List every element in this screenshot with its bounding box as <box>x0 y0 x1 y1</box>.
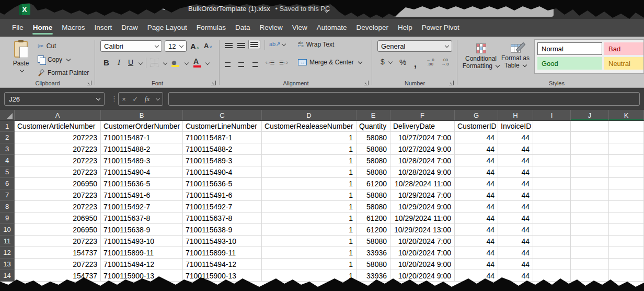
cell[interactable]: 1 <box>262 189 356 201</box>
cell[interactable] <box>571 166 609 178</box>
cell[interactable]: 206950 <box>15 224 101 236</box>
cell[interactable]: 7100115637-8 <box>183 212 262 224</box>
align-bottom-button-selected[interactable] <box>248 40 260 49</box>
align-left-button[interactable] <box>225 60 233 67</box>
cell[interactable]: 44 <box>455 155 498 166</box>
cell[interactable]: 10/29/2024 7:00 <box>390 189 455 201</box>
cell[interactable] <box>533 224 571 236</box>
cell[interactable]: 44 <box>455 247 498 259</box>
select-all-corner[interactable] <box>0 110 15 120</box>
underline-chevron-icon[interactable] <box>139 61 143 65</box>
align-middle-button[interactable] <box>237 43 245 48</box>
cell[interactable]: 7100115494-12 <box>183 259 262 270</box>
cell[interactable]: 10/27/2024 9:00 <box>390 143 455 155</box>
copy-button[interactable]: Copy <box>38 55 70 64</box>
cell[interactable]: 1 <box>262 155 356 166</box>
borders-icon[interactable] <box>151 59 158 66</box>
column-header-K[interactable]: K <box>609 110 644 120</box>
cell[interactable] <box>609 259 644 270</box>
row-header-4[interactable]: 4 <box>0 155 15 166</box>
cell[interactable]: 44 <box>455 132 498 143</box>
cell[interactable]: 7100115637-8 <box>101 212 183 224</box>
align-right-button[interactable] <box>250 60 258 67</box>
cell[interactable]: 58080 <box>356 132 390 143</box>
cell[interactable]: 7100115899-11 <box>183 247 262 259</box>
cell[interactable]: 44 <box>498 224 533 236</box>
cell[interactable] <box>609 247 644 259</box>
cell[interactable] <box>609 270 644 282</box>
cell[interactable]: 10/20/2024 7:00 <box>390 247 455 259</box>
row-header-1[interactable]: 1 <box>0 121 15 132</box>
cell[interactable]: CustomerOrderNumber <box>101 121 183 132</box>
cell[interactable] <box>571 132 609 143</box>
row-header-6[interactable]: 6 <box>0 178 15 189</box>
cell[interactable]: 154737 <box>15 270 101 282</box>
cell[interactable] <box>533 132 571 143</box>
cell[interactable] <box>571 270 609 282</box>
cut-button[interactable]: ✂ Cut <box>38 42 56 50</box>
style-neutral[interactable]: Neutral <box>604 57 644 70</box>
cell[interactable]: 33936 <box>356 270 390 282</box>
cell[interactable] <box>533 236 571 247</box>
cell[interactable]: 44 <box>498 155 533 166</box>
cell[interactable]: 44 <box>498 189 533 201</box>
cell[interactable] <box>571 224 609 236</box>
cell[interactable] <box>609 189 644 201</box>
row-header-3[interactable]: 3 <box>0 143 15 155</box>
cell[interactable]: 154737 <box>15 247 101 259</box>
cell[interactable]: 1 <box>262 212 356 224</box>
row-header-8[interactable]: 8 <box>0 201 15 212</box>
column-header-J[interactable]: J <box>571 110 609 120</box>
bold-button[interactable]: B <box>104 58 109 67</box>
confirm-entry-button[interactable]: ✓ <box>132 95 138 103</box>
cell[interactable] <box>533 201 571 212</box>
cell[interactable]: 7100115900-13 <box>183 270 262 282</box>
row-header-10[interactable]: 10 <box>0 224 15 236</box>
currency-button[interactable]: $ <box>381 58 392 66</box>
cell[interactable]: CustomerRealeaseNumber <box>262 121 356 132</box>
row-header-13[interactable]: 13 <box>0 259 15 270</box>
cell[interactable]: Quantity <box>356 121 390 132</box>
italic-button[interactable]: I <box>118 58 120 67</box>
cell[interactable]: 7100115490-4 <box>183 166 262 178</box>
fill-color-button[interactable]: ⬢ <box>171 58 177 67</box>
column-header-A[interactable]: A <box>15 110 101 120</box>
tab-developer[interactable]: Developer <box>352 19 394 37</box>
tab-macros[interactable]: Macros <box>57 19 89 37</box>
column-header-I[interactable]: I <box>533 110 571 120</box>
cell[interactable]: 7100115636-5 <box>183 178 262 189</box>
font-size-combo[interactable]: 12 <box>165 40 187 52</box>
cell[interactable] <box>571 155 609 166</box>
tab-formulas[interactable]: Formulas <box>192 19 231 37</box>
cell[interactable]: 44 <box>498 178 533 189</box>
cell[interactable]: 58080 <box>356 236 390 247</box>
alignment-dialog-launcher-icon[interactable] <box>364 81 369 85</box>
cell[interactable] <box>571 259 609 270</box>
cell[interactable]: 7100115490-4 <box>101 166 183 178</box>
paste-button[interactable]: Paste <box>9 41 32 74</box>
cell[interactable] <box>609 121 644 132</box>
decrease-decimal-button[interactable]: .00→.0 <box>441 58 449 66</box>
cell[interactable]: 58080 <box>356 143 390 155</box>
cell[interactable]: 1 <box>262 236 356 247</box>
cell[interactable] <box>533 143 571 155</box>
cancel-entry-button[interactable]: × <box>122 95 126 103</box>
cell[interactable]: 7100115638-9 <box>183 224 262 236</box>
cell[interactable]: 58080 <box>356 189 390 201</box>
font-dialog-launcher-icon[interactable] <box>211 81 216 85</box>
cell[interactable]: 58080 <box>356 155 390 166</box>
cell[interactable]: 7100115494-12 <box>101 259 183 270</box>
cell[interactable]: 207223 <box>15 155 101 166</box>
column-header-C[interactable]: C <box>183 110 262 120</box>
merge-center-button[interactable]: ↔ Merge & Center <box>298 59 362 66</box>
cell[interactable]: 58080 <box>356 166 390 178</box>
cell[interactable]: 1 <box>262 270 356 282</box>
format-painter-button[interactable]: Format Painter <box>38 69 89 76</box>
cell[interactable] <box>571 189 609 201</box>
cell[interactable]: 1 <box>262 201 356 212</box>
align-top-button[interactable] <box>225 43 233 48</box>
cell[interactable]: 10/29/2024 13:00 <box>390 224 455 236</box>
cell[interactable]: 44 <box>498 259 533 270</box>
cell[interactable]: 10/28/2024 7:00 <box>390 155 455 166</box>
cell[interactable]: 207223 <box>15 143 101 155</box>
